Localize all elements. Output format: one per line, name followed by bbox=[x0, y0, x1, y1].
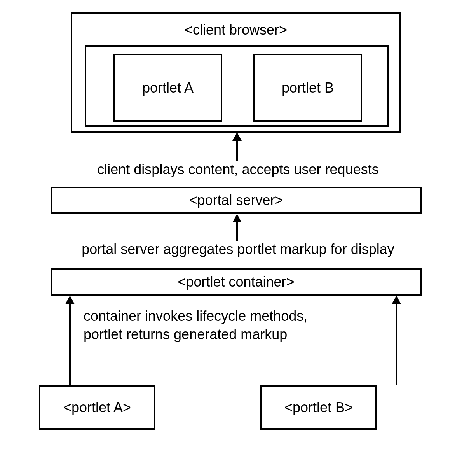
portlet-b-box-label: <portlet B> bbox=[284, 399, 353, 416]
portlet-a-label: portlet A bbox=[142, 80, 194, 96]
flow-label-container-line1: container invokes lifecycle methods, bbox=[84, 307, 383, 326]
svg-marker-1 bbox=[232, 132, 242, 141]
portal-server-box: <portal server> bbox=[51, 187, 422, 214]
flow-label-server: portal server aggregates portlet markup … bbox=[0, 241, 476, 257]
svg-marker-3 bbox=[232, 214, 242, 222]
flow-label-container: container invokes lifecycle methods, por… bbox=[84, 307, 383, 344]
client-browser-title: <client browser> bbox=[72, 22, 399, 38]
client-browser-box: <client browser> portlet A portlet B bbox=[71, 12, 401, 133]
arrow-from-portlet-b-icon bbox=[389, 296, 404, 385]
portlet-container-label: <portlet container> bbox=[178, 274, 294, 290]
portlet-window-a: portlet A bbox=[113, 54, 222, 122]
client-browser-inner: portlet A portlet B bbox=[85, 45, 389, 127]
arrow-to-browser-icon bbox=[229, 132, 245, 161]
portlet-b-box: <portlet B> bbox=[260, 385, 377, 430]
portlet-a-box-label: <portlet A> bbox=[63, 399, 131, 416]
architecture-diagram: <client browser> portlet A portlet B cli… bbox=[0, 0, 476, 464]
svg-marker-7 bbox=[392, 296, 401, 304]
portlet-window-b: portlet B bbox=[253, 54, 362, 122]
portlet-b-label: portlet B bbox=[282, 80, 334, 96]
flow-label-client: client displays content, accepts user re… bbox=[0, 161, 476, 178]
portlet-container-box: <portlet container> bbox=[51, 268, 422, 296]
arrow-to-server-icon bbox=[229, 214, 245, 241]
arrow-from-portlet-a-icon bbox=[62, 296, 78, 385]
portal-server-label: <portal server> bbox=[189, 192, 283, 208]
portlet-a-box: <portlet A> bbox=[39, 385, 155, 430]
svg-marker-5 bbox=[65, 296, 75, 304]
flow-label-container-line2: portlet returns generated markup bbox=[84, 326, 383, 344]
